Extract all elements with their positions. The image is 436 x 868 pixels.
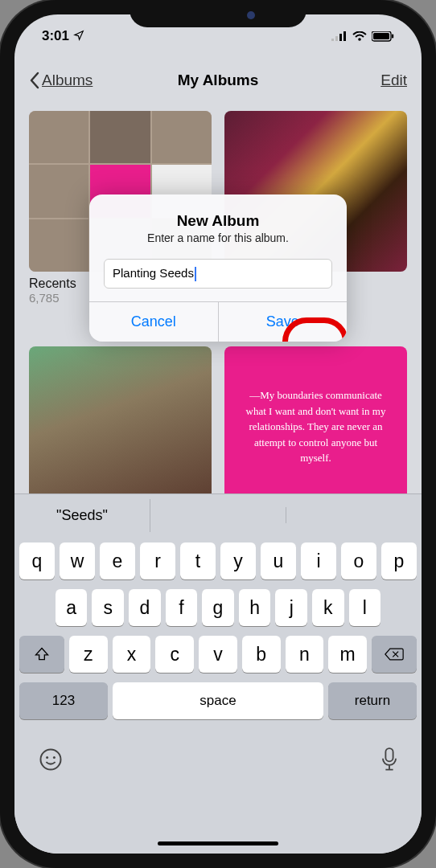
input-value: Planting Seeds	[113, 266, 194, 280]
dialog-message: Enter a name for this album.	[104, 231, 332, 244]
key-p[interactable]: p	[381, 542, 417, 579]
key-n[interactable]: n	[286, 636, 324, 673]
svg-rect-1	[335, 36, 338, 41]
key-i[interactable]: i	[301, 542, 336, 579]
return-key[interactable]: return	[328, 682, 417, 719]
key-h[interactable]: h	[239, 589, 271, 626]
svg-rect-11	[385, 748, 393, 761]
save-button[interactable]: Save	[218, 302, 348, 342]
device-frame: 3:01 Albums My Albums Edit	[0, 0, 436, 868]
battery-icon	[372, 31, 394, 42]
location-icon	[73, 30, 84, 41]
prediction-1[interactable]: "Seeds"	[14, 499, 150, 532]
back-label: Albums	[42, 72, 93, 89]
numbers-key[interactable]: 123	[19, 682, 108, 719]
back-button[interactable]: Albums	[29, 72, 93, 89]
keyboard-row-4: 123 space return	[19, 682, 417, 719]
keyboard-row-3: z x c v b n m	[19, 636, 417, 673]
key-f[interactable]: f	[166, 589, 198, 626]
key-b[interactable]: b	[242, 636, 281, 673]
backspace-icon	[385, 647, 404, 661]
album-row-2: —My boundaries communicate what I want a…	[29, 346, 407, 507]
home-indicator[interactable]	[158, 841, 278, 845]
key-z[interactable]: z	[69, 636, 108, 673]
cancel-button[interactable]: Cancel	[89, 302, 218, 342]
chevron-left-icon	[29, 72, 40, 89]
svg-point-9	[46, 756, 48, 759]
key-c[interactable]: c	[155, 636, 194, 673]
keyboard-row-2: a s d f g h j k l	[19, 589, 417, 626]
dictation-icon[interactable]	[381, 747, 397, 772]
key-w[interactable]: w	[60, 542, 95, 579]
key-l[interactable]: l	[349, 589, 381, 626]
album-item[interactable]	[29, 346, 212, 507]
notch	[130, 0, 306, 27]
keyboard-row-1: q w e r t y u i o p	[19, 542, 417, 579]
album-quote[interactable]: —My boundaries communicate what I want a…	[224, 346, 407, 507]
album-thumbnail	[29, 346, 212, 507]
quote-text: —My boundaries communicate what I want a…	[241, 387, 391, 466]
time-text: 3:01	[42, 28, 69, 43]
key-r[interactable]: r	[140, 542, 175, 579]
key-q[interactable]: q	[19, 542, 55, 579]
keyboard-bottom-bar	[14, 734, 422, 785]
edit-button[interactable]: Edit	[380, 72, 407, 89]
album-name-input[interactable]: Planting Seeds	[104, 259, 332, 289]
cellular-icon	[331, 31, 348, 42]
key-m[interactable]: m	[328, 636, 367, 673]
svg-point-8	[41, 750, 61, 770]
svg-rect-7	[392, 34, 393, 38]
space-key[interactable]: space	[113, 682, 323, 719]
svg-rect-2	[339, 34, 342, 41]
key-u[interactable]: u	[261, 542, 296, 579]
svg-rect-0	[331, 39, 334, 41]
status-time: 3:01	[42, 28, 84, 44]
svg-rect-6	[373, 33, 389, 39]
text-caret	[195, 267, 196, 281]
new-album-dialog: New Album Enter a name for this album. P…	[89, 194, 347, 342]
status-right	[331, 31, 394, 42]
svg-rect-3	[343, 31, 346, 41]
wifi-icon	[352, 31, 367, 42]
key-j[interactable]: j	[275, 589, 307, 626]
svg-point-4	[358, 38, 361, 41]
dialog-title: New Album	[104, 212, 332, 230]
key-s[interactable]: s	[92, 589, 124, 626]
key-v[interactable]: v	[199, 636, 237, 673]
key-o[interactable]: o	[341, 542, 376, 579]
key-x[interactable]: x	[113, 636, 151, 673]
emoji-icon[interactable]	[39, 747, 63, 772]
key-t[interactable]: t	[180, 542, 216, 579]
nav-bar: Albums My Albums Edit	[14, 58, 422, 103]
shift-icon	[34, 646, 50, 662]
backspace-key[interactable]	[372, 636, 417, 673]
keyboard: q w e r t y u i o p a s d f g h	[14, 536, 422, 734]
keyboard-area: "Seeds" q w e r t y u i o p a	[14, 493, 422, 854]
shift-key[interactable]	[19, 636, 64, 673]
prediction-2[interactable]	[150, 507, 286, 523]
key-k[interactable]: k	[312, 589, 344, 626]
key-d[interactable]: d	[129, 589, 161, 626]
key-y[interactable]: y	[220, 542, 256, 579]
key-e[interactable]: e	[100, 542, 135, 579]
album-thumbnail: —My boundaries communicate what I want a…	[224, 346, 407, 507]
screen: 3:01 Albums My Albums Edit	[14, 14, 422, 854]
key-a[interactable]: a	[56, 589, 88, 626]
key-g[interactable]: g	[202, 589, 234, 626]
prediction-bar: "Seeds"	[14, 494, 422, 536]
svg-point-10	[53, 756, 56, 759]
prediction-3[interactable]	[286, 507, 422, 523]
